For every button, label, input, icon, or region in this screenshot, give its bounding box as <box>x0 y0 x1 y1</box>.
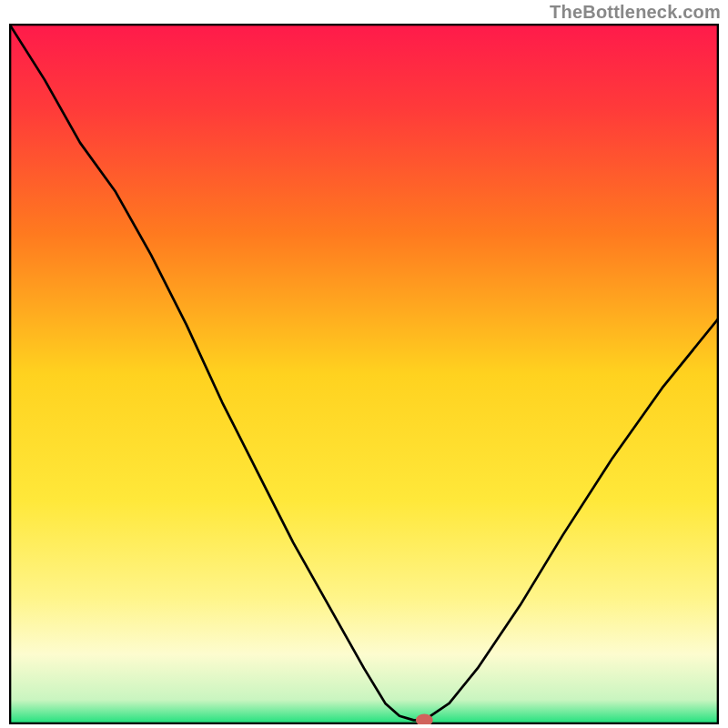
bottleneck-chart <box>9 24 719 724</box>
watermark-text: TheBottleneck.com <box>550 2 721 23</box>
chart-background <box>9 24 719 724</box>
